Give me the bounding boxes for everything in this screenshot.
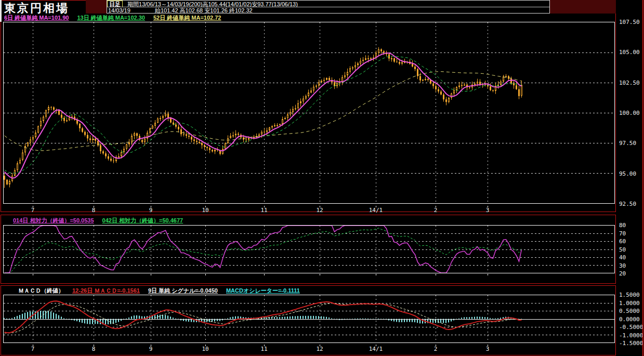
- y-axis-label: 40: [619, 254, 626, 261]
- y-axis-label: 92.50: [619, 201, 636, 207]
- x-axis-label: 7: [25, 207, 41, 214]
- y-axis-label: 1.0000: [619, 300, 640, 307]
- macd-canvas: [4, 295, 614, 342]
- x-axis-tick: [94, 274, 94, 275]
- y-axis-label: 105.00: [619, 49, 640, 56]
- legend-item: MACDオシレーター=-0.1111: [226, 287, 300, 294]
- x-axis-label: 3: [480, 346, 495, 352]
- y-axis-label: 1.5000: [619, 292, 640, 298]
- x-axis-label: 9: [143, 207, 159, 214]
- x-axis-tick: [205, 274, 206, 275]
- x-axis-label: 12: [312, 207, 327, 214]
- ma-legend: 6日 終値単純 MA=101.9013日 終値単純 MA=102.3052日 終…: [4, 14, 229, 22]
- x-axis-tick: [33, 274, 33, 275]
- period-type-badge: 日足: [107, 1, 123, 7]
- y-axis-label: 102.50: [619, 80, 640, 86]
- y-axis-label: 20: [619, 270, 626, 277]
- x-axis-label: 11: [256, 346, 272, 352]
- x-axis-label: 12: [312, 346, 327, 352]
- rsi-legend: 014日 相対力（終値）=50.0535042日 相対力（終値）=50.4677: [13, 217, 191, 225]
- x-axis-tick: [376, 274, 376, 275]
- legend-item: 52日 終値単純 MA=102.72: [153, 15, 221, 21]
- y-axis-label: 95.00: [619, 170, 636, 177]
- macd-plot-area: [3, 295, 615, 343]
- x-axis-tick: [488, 274, 488, 275]
- x-axis-label: 8: [86, 207, 101, 214]
- right-edge-line: [642, 0, 643, 356]
- header-period-row: 日足 期間13/06/13～14/03/19(200)高105.44(14/01…: [107, 1, 549, 7]
- macd-legend: ＭＡＣＤ（終値）12-26日 ＭＡＣＤ=-0.15619日 単純 シグナル=-0…: [18, 287, 308, 295]
- y-axis-label: 60: [619, 238, 626, 245]
- header-quote-row: 14/03/19 始101.42 高102.68 安101.26 終102.32: [107, 7, 549, 14]
- legend-item: 6日 終値単純 MA=101.90: [4, 15, 69, 21]
- main-chart-canvas: [4, 22, 614, 203]
- x-axis-label: 3: [480, 207, 495, 214]
- y-axis-label: 97.50: [619, 140, 636, 147]
- y-axis-label: 70: [619, 230, 626, 237]
- main-x-axis: 78910111214/123: [0, 206, 616, 213]
- maroon-strip-left: [86, 0, 107, 14]
- x-axis-tick: [264, 274, 265, 275]
- x-axis-label: 14/1: [368, 207, 384, 214]
- x-axis-label: 14/1: [368, 346, 384, 352]
- y-axis-label: 80: [619, 222, 626, 229]
- legend-item: 13日 終値単純 MA=102.30: [77, 15, 145, 21]
- y-axis-label: 50: [619, 246, 626, 253]
- x-axis-label: 10: [198, 346, 213, 352]
- x-axis-label: 2: [428, 207, 443, 214]
- y-axis-label: 0.5000: [619, 308, 640, 314]
- maroon-strip-right: [550, 0, 616, 14]
- app-window: 東京円相場 日足 期間13/06/13～14/03/19(200)高105.44…: [0, 0, 644, 356]
- y-axis-label: -1.0000: [619, 332, 643, 339]
- x-axis-label: 8: [86, 346, 101, 352]
- legend-item: 042日 相対力（終値）=50.4677: [102, 217, 183, 223]
- period-range-text: 期間13/06/13～14/03/19(200)高105.44(14/01/02…: [127, 1, 298, 7]
- legend-item: 014日 相対力（終値）=50.0535: [13, 217, 94, 223]
- y-axis-label: -0.5000: [619, 324, 643, 331]
- y-axis-labels: 107.50105.00102.50100.0097.5095.0092.508…: [618, 0, 644, 356]
- x-axis-label: 9: [143, 346, 159, 352]
- x-axis-tick: [320, 274, 320, 275]
- y-axis-label: 30: [619, 262, 626, 269]
- rsi-plot-area: [3, 225, 615, 273]
- rsi-canvas: [4, 226, 614, 273]
- rsi-x-axis: [0, 274, 616, 281]
- left-edge-accent: [0, 0, 2, 22]
- legend-item: ＭＡＣＤ（終値）: [18, 287, 64, 294]
- legend-item: 9日 単純 シグナル=-0.0450: [148, 287, 218, 294]
- macd-x-axis: 78910111214/123: [0, 345, 616, 352]
- header-box: 日足 期間13/06/13～14/03/19(200)高105.44(14/01…: [107, 0, 550, 14]
- x-axis-label: 10: [198, 207, 213, 214]
- x-axis-label: 2: [428, 346, 443, 352]
- legend-item: 12-26日 ＭＡＣＤ=-0.1561: [72, 287, 140, 294]
- y-axis-label: -1.5000: [619, 340, 643, 347]
- y-axis-label: 0.0000: [619, 316, 640, 323]
- quote-date: 14/03/19: [108, 7, 130, 14]
- x-axis-label: 7: [25, 346, 41, 352]
- x-axis-tick: [436, 274, 436, 275]
- x-axis-label: 11: [256, 207, 272, 214]
- ohlc-summary: 始101.42 高102.68 安101.26 終102.32: [155, 7, 253, 14]
- y-axis-label: 107.50: [619, 19, 640, 25]
- main-plot-area: [3, 22, 615, 204]
- y-axis-label: 100.00: [619, 110, 640, 116]
- x-axis-tick: [151, 274, 151, 275]
